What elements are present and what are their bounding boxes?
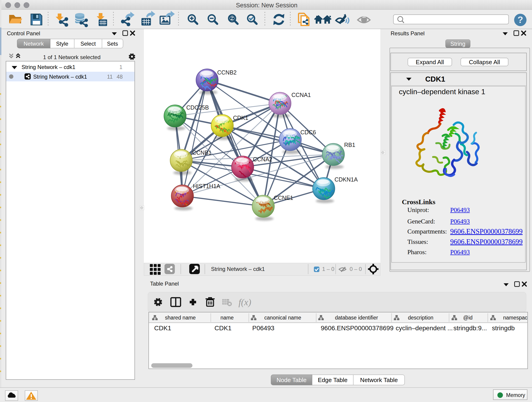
svg-text:f(x): f(x) bbox=[239, 297, 251, 307]
svg-text:name: name bbox=[220, 315, 234, 321]
svg-text:CCNB1: CCNB1 bbox=[192, 149, 212, 156]
svg-text:CCNE1: CCNE1 bbox=[274, 195, 293, 201]
svg-text:CCNA1: CCNA1 bbox=[291, 92, 311, 98]
svg-text:CDK1: CDK1 bbox=[233, 115, 248, 121]
svg-text:String Network – cdk1: String Network – cdk1 bbox=[211, 266, 265, 272]
svg-text:shared name: shared name bbox=[165, 315, 196, 321]
svg-text:CDC6: CDC6 bbox=[300, 129, 316, 135]
svg-text:CDKN1A: CDKN1A bbox=[335, 176, 358, 183]
svg-text:canonical name: canonical name bbox=[264, 315, 301, 321]
svg-text:?: ? bbox=[518, 15, 523, 25]
svg-text:0 – 0: 0 – 0 bbox=[350, 266, 362, 272]
svg-text:CCNB2: CCNB2 bbox=[217, 69, 237, 76]
svg-text:namespac: namespac bbox=[503, 315, 527, 321]
svg-text:database identifier: database identifier bbox=[335, 315, 378, 321]
svg-text:@id: @id bbox=[463, 315, 472, 321]
svg-text:HIST1H1A: HIST1H1A bbox=[193, 183, 220, 189]
svg-text:1 – 0: 1 – 0 bbox=[322, 266, 334, 272]
svg-text:CCNA2: CCNA2 bbox=[253, 156, 272, 162]
svg-text:RB1: RB1 bbox=[344, 142, 355, 148]
svg-text:description: description bbox=[408, 315, 433, 321]
svg-text:CDC25B: CDC25B bbox=[186, 104, 209, 111]
